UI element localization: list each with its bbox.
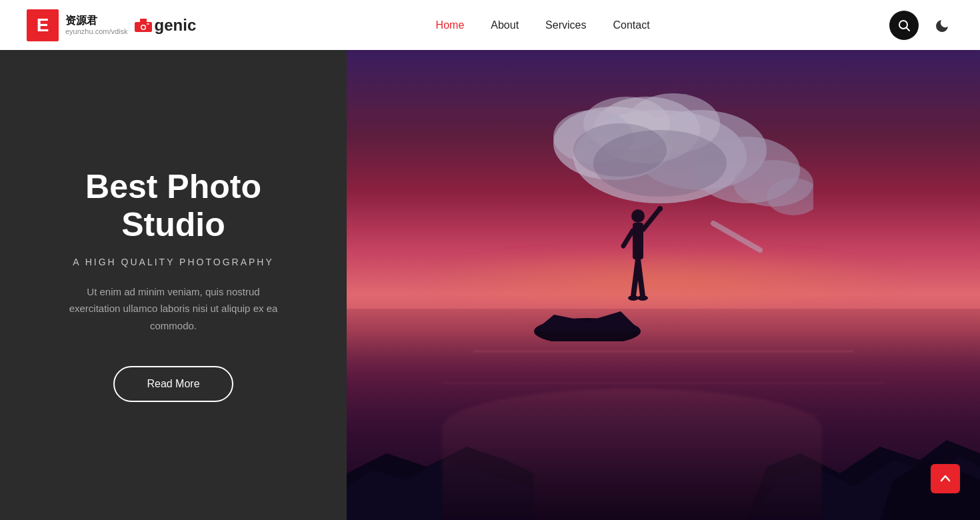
genic-text: genic [155,16,197,35]
nav-actions [889,11,953,40]
brand-genic: genic [135,16,197,35]
svg-rect-1 [140,19,147,23]
svg-line-26 [638,259,643,296]
center-rock [521,301,654,341]
scroll-top-button[interactable] [931,464,960,493]
read-more-button[interactable]: Read More [113,366,233,402]
water-shimmer-1 [473,351,853,352]
svg-line-24 [623,231,633,246]
nav-item-services[interactable]: Services [545,19,586,31]
svg-point-28 [637,295,648,301]
hero-background [347,50,980,520]
hero-subtitle: A HIGH QUALITY PHOTOGRAPHY [73,257,274,267]
brand-text-group: 资源君 eyunzhu.com/vdisk [65,14,128,35]
hero-description: Ut enim ad minim veniam, quis nostrud ex… [60,283,287,335]
hero-title: Best Photo Studio [33,168,313,245]
water-shimmer-2 [442,383,885,383]
svg-point-20 [631,209,645,223]
hero-right-panel [347,50,980,520]
nav-link-about[interactable]: About [491,19,519,31]
logo-letter-box: E [27,9,59,41]
search-button[interactable] [889,11,919,40]
svg-line-22 [643,209,659,229]
hero-left-panel: Best Photo Studio A HIGH QUALITY PHOTOGR… [0,50,347,520]
beach-area [442,389,822,520]
nav-item-about[interactable]: About [491,19,519,31]
svg-point-27 [628,295,639,301]
svg-line-6 [906,27,909,31]
svg-marker-30 [534,311,641,331]
brand-url: eyunzhu.com/vdisk [65,27,128,36]
nav-item-home[interactable]: Home [436,19,465,31]
nav-links: Home About Services Contact [436,19,650,31]
svg-point-23 [657,206,663,211]
nav-item-contact[interactable]: Contact [613,19,649,31]
dark-mode-button[interactable] [929,13,953,37]
logo-letter: E [37,15,49,36]
brand-chinese-name: 资源君 [65,14,128,27]
svg-point-19 [573,123,667,177]
svg-line-7 [713,223,760,250]
nav-link-services[interactable]: Services [545,19,586,31]
arrow-up-icon [939,473,951,485]
nav-link-contact[interactable]: Contact [613,19,649,31]
svg-rect-4 [147,23,149,25]
svg-point-3 [141,25,145,29]
camera-icon [135,19,152,32]
nav-link-home[interactable]: Home [436,19,465,31]
navbar: E 资源君 eyunzhu.com/vdisk genic Home About… [0,0,980,50]
search-icon [897,19,911,32]
hero-section: Best Photo Studio A HIGH QUALITY PHOTOGR… [0,50,980,520]
moon-icon [934,18,949,33]
brand-logo[interactable]: E 资源君 eyunzhu.com/vdisk genic [27,9,196,41]
